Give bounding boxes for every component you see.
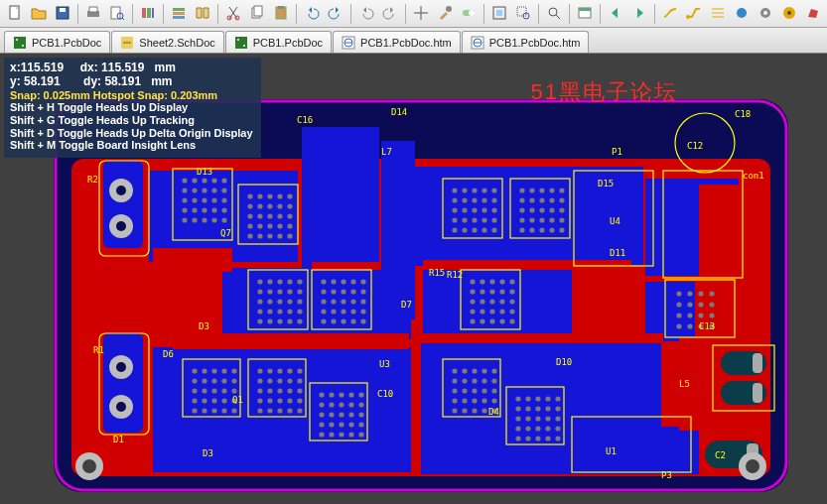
browse-fwd-icon [631, 5, 647, 23]
route-interactive-button[interactable] [683, 3, 705, 25]
svg-rect-17 [254, 6, 262, 16]
svg-point-203 [202, 378, 207, 383]
svg-point-229 [267, 388, 272, 393]
heads-up-display: x:115.519 dx: 115.519 mm y: 58.191 dy: 5… [4, 58, 261, 158]
svg-point-164 [287, 299, 292, 304]
book-button[interactable] [192, 3, 213, 25]
svg-point-393 [555, 406, 560, 411]
redo-sel-button[interactable] [379, 3, 401, 25]
new-file-button[interactable] [4, 3, 26, 25]
zoom-region-button[interactable] [512, 3, 534, 25]
toggle-button[interactable] [458, 3, 480, 25]
fit-button[interactable] [488, 3, 510, 25]
svg-rect-67 [580, 427, 699, 474]
preview-button[interactable] [106, 3, 128, 25]
svg-point-307 [539, 188, 544, 192]
hud-dy-label: dy: [83, 74, 101, 88]
crosshair-button[interactable] [410, 3, 432, 25]
svg-text:D4: D4 [488, 407, 499, 417]
pcb-board[interactable]: D14C16C18L7D13R2P1C12con1D15U4Q7D11R15R1… [54, 99, 788, 492]
net-color-button[interactable] [731, 3, 753, 25]
svg-point-279 [462, 207, 467, 212]
svg-point-247 [319, 392, 324, 397]
svg-point-308 [539, 197, 544, 202]
svg-point-395 [555, 426, 560, 431]
hud-y-value: 58.191 [24, 74, 61, 88]
svg-point-321 [559, 227, 564, 232]
toolbar-separator [405, 4, 406, 24]
hud-unit2: mm [151, 74, 172, 88]
place-pad-button[interactable] [778, 3, 800, 25]
find-button[interactable] [543, 3, 565, 25]
tools-icon [437, 5, 453, 23]
svg-point-387 [545, 396, 550, 401]
svg-text:C18: C18 [735, 109, 751, 119]
toolbar-separator [296, 4, 297, 24]
svg-point-323 [470, 289, 475, 294]
svg-point-365 [482, 398, 486, 403]
pcb-workspace[interactable]: x:115.519 dx: 115.519 mm y: 58.191 dy: 5… [0, 54, 827, 504]
tools-button[interactable] [434, 3, 456, 25]
svg-point-301 [519, 227, 524, 232]
library-icon [140, 5, 156, 23]
hud-hint: Shift + G Toggle Heads Up Tracking [10, 114, 253, 127]
cut-button[interactable] [222, 3, 244, 25]
browse-fwd-button[interactable] [628, 3, 650, 25]
svg-point-288 [482, 197, 486, 202]
svg-rect-41 [14, 37, 26, 49]
svg-point-299 [519, 207, 524, 212]
svg-point-29 [549, 8, 557, 16]
tab-2[interactable]: PCB1.PcbDoc [225, 31, 332, 53]
svg-point-187 [350, 279, 355, 284]
svg-point-232 [277, 368, 282, 373]
svg-point-265 [348, 422, 353, 427]
svg-text:D15: D15 [598, 179, 614, 189]
redo-button[interactable] [325, 3, 346, 25]
svg-point-38 [787, 11, 791, 15]
place-via-button[interactable] [755, 3, 776, 25]
copy-button[interactable] [246, 3, 268, 25]
svg-point-274 [452, 207, 457, 212]
route-diff-icon [662, 5, 678, 23]
svg-point-262 [348, 392, 353, 397]
svg-point-175 [321, 309, 326, 314]
browse-back-button[interactable] [605, 3, 626, 25]
tab-4[interactable]: PCB1.PcbDoc.htm [462, 31, 590, 53]
svg-point-221 [231, 408, 236, 413]
svg-point-306 [529, 227, 534, 232]
route-diff-button[interactable] [659, 3, 681, 25]
toolbar-separator [217, 4, 218, 24]
svg-point-24 [469, 10, 475, 16]
browse-button[interactable] [574, 3, 596, 25]
svg-point-384 [535, 416, 540, 421]
library-button[interactable] [137, 3, 159, 25]
svg-point-319 [559, 207, 564, 212]
stack-manager-button[interactable] [168, 3, 190, 25]
browse-icon [577, 5, 593, 23]
svg-point-311 [539, 227, 544, 232]
undo-sel-button[interactable] [355, 3, 377, 25]
save-file-button[interactable] [52, 3, 73, 25]
tab-3[interactable]: PCB1.PcbDoc.htm [333, 31, 461, 53]
tab-0[interactable]: PCB1.PcbDoc [4, 31, 110, 53]
svg-point-253 [329, 402, 334, 407]
open-file-button[interactable] [28, 3, 50, 25]
svg-point-310 [539, 217, 544, 222]
svg-point-246 [297, 408, 302, 413]
route-multi-button[interactable] [707, 3, 729, 25]
svg-point-123 [247, 203, 252, 208]
svg-text:D1: D1 [113, 435, 124, 444]
hud-dx-value: 115.519 [101, 61, 144, 74]
svg-point-344 [509, 299, 514, 304]
paste-button[interactable] [270, 3, 292, 25]
svg-point-356 [462, 408, 467, 413]
tab-1[interactable]: Sheet2.SchDoc [111, 31, 223, 53]
svg-point-158 [277, 289, 282, 294]
place-poly-button[interactable] [802, 3, 824, 25]
svg-text:P3: P3 [661, 470, 672, 480]
print-button[interactable] [82, 3, 104, 25]
undo-button[interactable] [301, 3, 323, 25]
svg-rect-32 [579, 8, 591, 11]
svg-point-360 [472, 398, 477, 403]
svg-point-255 [329, 422, 334, 427]
